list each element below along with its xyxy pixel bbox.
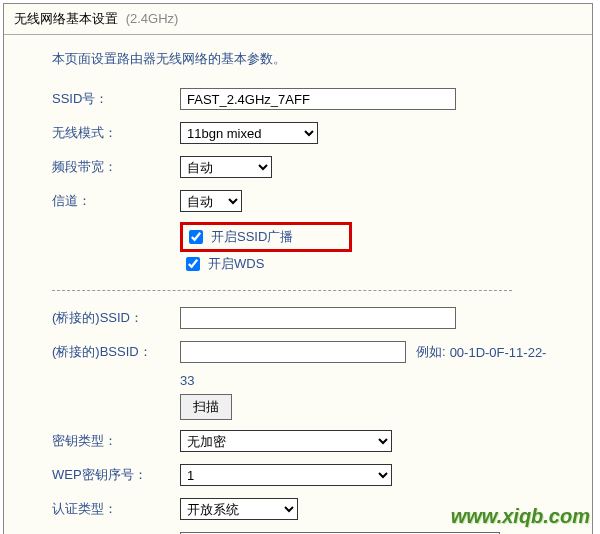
bandwidth-select[interactable]: 自动 xyxy=(180,156,272,178)
bandwidth-label: 频段带宽： xyxy=(52,158,180,176)
ssid-broadcast-row: 开启SSID广播 xyxy=(180,222,352,252)
bridge-bssid-input[interactable] xyxy=(180,341,406,363)
enc-type-label: 密钥类型： xyxy=(52,432,180,450)
watermark: www.xiqb.com xyxy=(451,505,590,528)
channel-label: 信道： xyxy=(52,192,180,210)
bssid-hint-part2: 33 xyxy=(180,373,582,388)
ssid-input[interactable] xyxy=(180,88,456,110)
settings-panel: 无线网络基本设置 (2.4GHz) 本页面设置路由器无线网络的基本参数。 SSI… xyxy=(3,3,593,534)
page-description: 本页面设置路由器无线网络的基本参数。 xyxy=(52,50,582,68)
enc-type-select[interactable]: 无加密 xyxy=(180,430,392,452)
wep-index-label: WEP密钥序号： xyxy=(52,466,180,484)
panel-title: 无线网络基本设置 xyxy=(14,11,118,26)
bridge-bssid-label: (桥接的)BSSID： xyxy=(52,343,180,361)
bridge-ssid-label: (桥接的)SSID： xyxy=(52,309,180,327)
wds-row: 开启WDS xyxy=(180,252,582,276)
panel-body: 本页面设置路由器无线网络的基本参数。 SSID号： 无线模式： 11bgn mi… xyxy=(4,35,592,534)
ssid-broadcast-label: 开启SSID广播 xyxy=(211,228,293,246)
bssid-hint-prefix: 例如: xyxy=(416,343,446,361)
ssid-broadcast-checkbox[interactable] xyxy=(189,230,203,244)
auth-type-select[interactable]: 开放系统 xyxy=(180,498,298,520)
bridge-ssid-input[interactable] xyxy=(180,307,456,329)
bssid-hint-part1: 00-1D-0F-11-22- xyxy=(450,345,547,360)
panel-header: 无线网络基本设置 (2.4GHz) xyxy=(4,4,592,35)
separator xyxy=(52,290,512,291)
auth-type-label: 认证类型： xyxy=(52,500,180,518)
wep-index-select[interactable]: 1 xyxy=(180,464,392,486)
mode-select[interactable]: 11bgn mixed xyxy=(180,122,318,144)
scan-button[interactable]: 扫描 xyxy=(180,394,232,420)
ssid-label: SSID号： xyxy=(52,90,180,108)
mode-label: 无线模式： xyxy=(52,124,180,142)
wds-checkbox[interactable] xyxy=(186,257,200,271)
panel-band: (2.4GHz) xyxy=(126,11,179,26)
wds-label: 开启WDS xyxy=(208,255,264,273)
channel-select[interactable]: 自动 xyxy=(180,190,242,212)
